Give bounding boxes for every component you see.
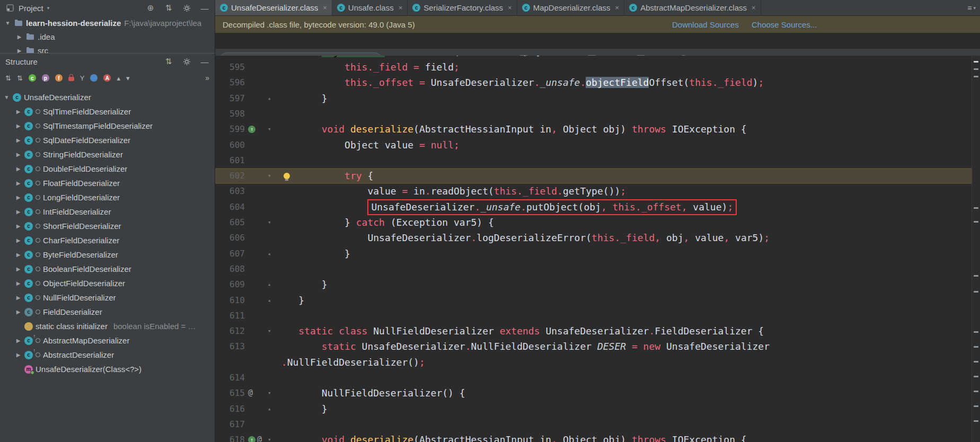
fold-open-icon[interactable]: ▾	[268, 168, 271, 183]
locate-icon[interactable]: ⊕	[146, 3, 155, 13]
code-line[interactable]: 618↑@▾ void deserialize(AbstractHessianI…	[215, 432, 972, 442]
tree-caret-collapsed-icon[interactable]: ▶	[15, 237, 22, 243]
chevron-down-icon[interactable]: ▾	[47, 5, 50, 11]
tree-caret-collapsed-icon[interactable]: ▶	[15, 309, 22, 315]
code-line[interactable]: 595 this._field = field;	[215, 59, 972, 75]
group-methods-icon[interactable]	[90, 74, 98, 82]
code-line[interactable]: 599↑▾ void deserialize(AbstractHessianIn…	[215, 121, 972, 137]
line-number[interactable]: 610	[215, 293, 245, 308]
code-line[interactable]: 601	[215, 153, 972, 169]
tree-caret-collapsed-icon[interactable]: ▶	[15, 109, 22, 114]
editor-tab[interactable]: cAbstractMapDeserializer.class×	[624, 0, 761, 15]
line-number[interactable]: 599	[215, 121, 245, 137]
structure-item[interactable]: ▶cSqlDateFieldDeserializer	[0, 133, 215, 147]
line-number[interactable]: 616	[215, 401, 245, 417]
project-root-item[interactable]: ▼learn-hession-deserializeF:\java\javapr…	[0, 16, 215, 30]
code-line[interactable]: 598	[215, 106, 972, 122]
code-text[interactable]: this._offset = UnsafeDeserializer._unsaf…	[276, 75, 764, 90]
structure-item[interactable]: ▶cStringFieldDeserializer	[0, 147, 215, 162]
stripe-mark[interactable]	[974, 221, 978, 223]
tree-caret-collapsed-icon[interactable]: ▶	[15, 195, 22, 200]
code-text[interactable]: try {	[276, 168, 373, 183]
stripe-mark[interactable]	[974, 346, 978, 348]
code-text[interactable]: NullFieldDeserializer() {	[276, 385, 465, 401]
scrollbar-error-stripe[interactable]	[972, 56, 980, 442]
collapse-all-icon[interactable]: ⇅	[164, 57, 173, 66]
stripe-mark[interactable]	[974, 207, 978, 209]
gear-icon[interactable]	[182, 4, 191, 12]
stripe-mark[interactable]	[974, 61, 978, 63]
fold-close-icon[interactable]: ▴	[268, 401, 271, 417]
code-line[interactable]: 613 static UnsafeDeserializer.NullFieldD…	[215, 339, 972, 355]
fold-close-icon[interactable]: ▴	[268, 91, 271, 106]
tree-caret-expanded-icon[interactable]: ▼	[4, 20, 11, 26]
tree-caret-collapsed-icon[interactable]: ▶	[15, 352, 22, 358]
structure-item[interactable]: ▶c↑AbstractMapDeserializer	[0, 333, 215, 348]
code-line[interactable]: 597▴ }	[215, 91, 972, 107]
structure-item[interactable]: ▶cSqlTimestampFieldDeserializer	[0, 119, 215, 133]
tree-caret-expanded-icon[interactable]: ▼	[3, 94, 10, 100]
code-text[interactable]: void deserialize(AbstractHessianInput in…	[276, 121, 747, 137]
editor-tab[interactable]: cUnsafe.class×	[332, 0, 408, 15]
tree-caret-collapsed-icon[interactable]: ▶	[15, 180, 22, 186]
show-non-public-icon[interactable]	[68, 77, 74, 81]
code-line[interactable]: 607▴ }	[215, 246, 972, 262]
sort-by-visibility-icon[interactable]: ⇅	[17, 74, 23, 82]
code-editor[interactable]: 594 ObjectFieldDeserializer(Field field)…	[215, 56, 980, 442]
code-line[interactable]: 600 Object value = null;	[215, 137, 972, 153]
structure-item[interactable]: ▶cIntFieldDeserializer	[0, 205, 215, 219]
line-number[interactable]: 612	[215, 323, 245, 339]
show-classes-icon[interactable]: c	[29, 74, 36, 82]
editor-tabs-list-icon[interactable]: ≡	[967, 4, 972, 12]
code-line[interactable]: 606 UnsafeDeserializer.logDeserializeErr…	[215, 230, 972, 246]
tree-caret-collapsed-icon[interactable]: ▶	[16, 34, 23, 40]
fold-open-icon[interactable]: ▾	[268, 432, 271, 442]
line-number[interactable]: 615	[215, 385, 245, 401]
line-number[interactable]: 618	[215, 432, 245, 442]
hide-icon[interactable]: —	[200, 4, 209, 13]
code-line[interactable]: 615@▾ NullFieldDeserializer() {	[215, 385, 972, 401]
code-line[interactable]: 604 UnsafeDeserializer._unsafe.putObject…	[215, 199, 972, 215]
tab-close-icon[interactable]: ×	[323, 4, 327, 12]
structure-item[interactable]: ▶cObjectFieldDeserializer	[0, 276, 215, 290]
line-number[interactable]: 601	[215, 153, 245, 168]
line-number[interactable]: 604	[215, 199, 245, 215]
line-number[interactable]: 594	[215, 56, 245, 59]
tree-caret-collapsed-icon[interactable]: ▶	[15, 152, 22, 157]
tab-close-icon[interactable]: ×	[399, 4, 403, 12]
fold-open-icon[interactable]: ▾	[268, 323, 271, 339]
code-text[interactable]: static UnsafeDeserializer.NullFieldDeser…	[276, 339, 770, 354]
more-icon[interactable]: »	[205, 74, 209, 82]
code-text[interactable]: } catch (Exception var5) {	[276, 215, 494, 230]
code-line[interactable]: 616▴ }	[215, 401, 972, 417]
code-text[interactable]: value = in.readObject(this._field.getTyp…	[276, 183, 626, 199]
code-text[interactable]: Object value = null;	[276, 137, 460, 153]
structure-item[interactable]: ▶cCharFieldDeserializer	[0, 233, 215, 247]
tree-caret-collapsed-icon[interactable]: ▶	[15, 137, 22, 143]
gear-icon[interactable]	[182, 58, 191, 66]
line-number[interactable]: 600	[215, 137, 245, 153]
structure-item[interactable]: ▶cByteFieldDeserializer	[0, 247, 215, 262]
fold-open-icon[interactable]: ▾	[268, 215, 271, 230]
fold-close-icon[interactable]: ▴	[268, 277, 271, 292]
code-text[interactable]: }	[276, 401, 328, 417]
line-number[interactable]: 602	[215, 168, 245, 183]
structure-item[interactable]: ▶cLongFieldDeserializer	[0, 190, 215, 205]
code-line[interactable]: 609▴ }	[215, 277, 972, 293]
fold-close-icon[interactable]: ▴	[268, 293, 271, 308]
stripe-mark[interactable]	[974, 291, 978, 293]
line-number[interactable]: 614	[215, 370, 245, 385]
stripe-mark[interactable]	[974, 405, 978, 407]
line-number[interactable]: 603	[215, 183, 245, 199]
line-number[interactable]: 606	[215, 230, 245, 245]
banner-link[interactable]: Choose Sources...	[752, 16, 817, 33]
editor-tab[interactable]: cSerializerFactory.class×	[408, 0, 517, 15]
tree-caret-collapsed-icon[interactable]: ▶	[15, 295, 22, 300]
structure-item[interactable]: mUnsafeDeserializer(Class<?>)	[0, 362, 215, 376]
code-text[interactable]: }	[276, 246, 350, 261]
structure-item[interactable]: ▶cBooleanFieldDeserializer	[0, 262, 215, 276]
show-fields-icon[interactable]: f	[55, 74, 63, 82]
code-text[interactable]: UnsafeDeserializer.logDeserializeError(t…	[276, 230, 770, 245]
show-properties-icon[interactable]: p	[42, 74, 49, 82]
code-text[interactable]: ObjectFieldDeserializer(Field field) {	[276, 56, 540, 59]
